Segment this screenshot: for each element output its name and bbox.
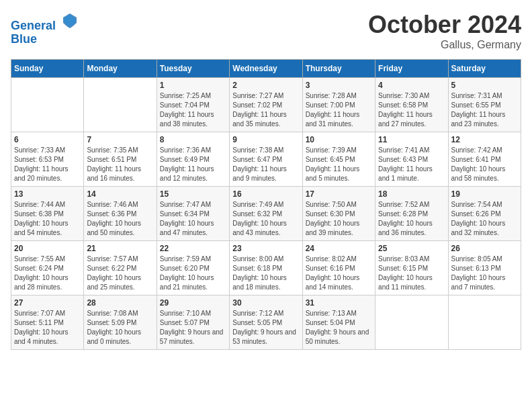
day-number: 15 (160, 189, 226, 199)
day-info: Sunrise: 7:42 AM Sunset: 6:41 PM Dayligh… (451, 146, 518, 183)
calendar-cell: 29Sunrise: 7:10 AM Sunset: 5:07 PM Dayli… (157, 295, 229, 350)
day-number: 28 (87, 298, 153, 308)
calendar-cell: 18Sunrise: 7:52 AM Sunset: 6:28 PM Dayli… (375, 187, 448, 241)
title-block: October 2024 Gallus, Germany (368, 11, 521, 51)
calendar-cell: 12Sunrise: 7:42 AM Sunset: 6:41 PM Dayli… (448, 132, 521, 187)
calendar-cell: 2Sunrise: 7:27 AM Sunset: 7:02 PM Daylig… (230, 78, 302, 132)
calendar-cell (375, 295, 448, 350)
day-info: Sunrise: 7:50 AM Sunset: 6:30 PM Dayligh… (306, 200, 372, 238)
logo-icon (60, 11, 79, 30)
day-info: Sunrise: 7:13 AM Sunset: 5:04 PM Dayligh… (306, 309, 372, 347)
day-info: Sunrise: 7:10 AM Sunset: 5:07 PM Dayligh… (160, 309, 226, 347)
day-number: 16 (232, 189, 299, 199)
logo-general: General (11, 19, 56, 32)
day-number: 31 (306, 298, 372, 308)
day-info: Sunrise: 7:35 AM Sunset: 6:51 PM Dayligh… (87, 146, 153, 183)
day-number: 13 (14, 189, 81, 199)
calendar-cell: 13Sunrise: 7:44 AM Sunset: 6:38 PM Dayli… (11, 187, 84, 241)
day-info: Sunrise: 7:07 AM Sunset: 5:11 PM Dayligh… (14, 309, 81, 347)
day-info: Sunrise: 7:27 AM Sunset: 7:02 PM Dayligh… (232, 91, 299, 129)
day-number: 26 (451, 244, 518, 253)
calendar-cell: 20Sunrise: 7:55 AM Sunset: 6:24 PM Dayli… (11, 241, 84, 295)
day-info: Sunrise: 7:47 AM Sunset: 6:34 PM Dayligh… (160, 200, 226, 238)
day-number: 14 (87, 189, 153, 199)
day-number: 5 (451, 81, 518, 90)
day-number: 19 (451, 189, 518, 199)
calendar-cell: 31Sunrise: 7:13 AM Sunset: 5:04 PM Dayli… (302, 295, 375, 350)
day-number: 4 (378, 81, 445, 90)
weekday-header-thursday: Thursday (302, 60, 375, 78)
calendar-cell: 17Sunrise: 7:50 AM Sunset: 6:30 PM Dayli… (302, 187, 375, 241)
day-number: 2 (232, 81, 299, 90)
day-number: 18 (378, 189, 445, 199)
calendar-table: SundayMondayTuesdayWednesdayThursdayFrid… (11, 59, 521, 350)
day-info: Sunrise: 7:31 AM Sunset: 6:55 PM Dayligh… (451, 91, 518, 129)
day-number: 10 (306, 135, 372, 144)
logo: General Blue (11, 11, 79, 46)
calendar-cell: 23Sunrise: 8:00 AM Sunset: 6:18 PM Dayli… (230, 241, 302, 295)
day-info: Sunrise: 7:08 AM Sunset: 5:09 PM Dayligh… (87, 309, 153, 347)
calendar-cell: 30Sunrise: 7:12 AM Sunset: 5:05 PM Dayli… (230, 295, 302, 350)
day-number: 11 (378, 135, 445, 144)
day-info: Sunrise: 7:33 AM Sunset: 6:53 PM Dayligh… (14, 146, 81, 183)
calendar-cell: 4Sunrise: 7:30 AM Sunset: 6:58 PM Daylig… (375, 78, 448, 132)
day-number: 20 (14, 244, 81, 253)
page-header: General Blue October 2024 Gallus, German… (11, 11, 521, 51)
weekday-header-tuesday: Tuesday (157, 60, 229, 78)
location: Gallus, Germany (368, 39, 521, 51)
weekday-header-monday: Monday (84, 60, 157, 78)
calendar-cell: 21Sunrise: 7:57 AM Sunset: 6:22 PM Dayli… (84, 241, 157, 295)
day-number: 22 (160, 244, 226, 253)
day-number: 17 (306, 189, 372, 199)
day-info: Sunrise: 8:05 AM Sunset: 6:13 PM Dayligh… (451, 255, 518, 292)
day-info: Sunrise: 8:03 AM Sunset: 6:15 PM Dayligh… (378, 255, 445, 292)
calendar-cell: 7Sunrise: 7:35 AM Sunset: 6:51 PM Daylig… (84, 132, 157, 187)
logo-blue: Blue (11, 32, 37, 46)
day-number: 1 (160, 81, 226, 90)
calendar-cell: 10Sunrise: 7:39 AM Sunset: 6:45 PM Dayli… (302, 132, 375, 187)
calendar-cell: 22Sunrise: 7:59 AM Sunset: 6:20 PM Dayli… (157, 241, 229, 295)
day-info: Sunrise: 7:49 AM Sunset: 6:32 PM Dayligh… (232, 200, 299, 238)
day-number: 3 (306, 81, 372, 90)
weekday-header-friday: Friday (375, 60, 448, 78)
day-number: 23 (232, 244, 299, 253)
calendar-cell: 19Sunrise: 7:54 AM Sunset: 6:26 PM Dayli… (448, 187, 521, 241)
day-info: Sunrise: 7:38 AM Sunset: 6:47 PM Dayligh… (232, 146, 299, 183)
calendar-cell: 14Sunrise: 7:46 AM Sunset: 6:36 PM Dayli… (84, 187, 157, 241)
day-number: 21 (87, 244, 153, 253)
day-info: Sunrise: 7:39 AM Sunset: 6:45 PM Dayligh… (306, 146, 372, 183)
calendar-cell (11, 78, 84, 132)
calendar-cell: 6Sunrise: 7:33 AM Sunset: 6:53 PM Daylig… (11, 132, 84, 187)
day-info: Sunrise: 7:36 AM Sunset: 6:49 PM Dayligh… (160, 146, 226, 183)
day-info: Sunrise: 7:57 AM Sunset: 6:22 PM Dayligh… (87, 255, 153, 292)
day-info: Sunrise: 7:41 AM Sunset: 6:43 PM Dayligh… (378, 146, 445, 183)
calendar-cell: 16Sunrise: 7:49 AM Sunset: 6:32 PM Dayli… (230, 187, 302, 241)
calendar-cell: 27Sunrise: 7:07 AM Sunset: 5:11 PM Dayli… (11, 295, 84, 350)
calendar-cell: 11Sunrise: 7:41 AM Sunset: 6:43 PM Dayli… (375, 132, 448, 187)
day-number: 24 (306, 244, 372, 253)
calendar-cell (448, 295, 521, 350)
day-info: Sunrise: 7:54 AM Sunset: 6:26 PM Dayligh… (451, 200, 518, 238)
calendar-cell: 9Sunrise: 7:38 AM Sunset: 6:47 PM Daylig… (230, 132, 302, 187)
day-info: Sunrise: 8:00 AM Sunset: 6:18 PM Dayligh… (232, 255, 299, 292)
weekday-header-saturday: Saturday (448, 60, 521, 78)
day-info: Sunrise: 7:46 AM Sunset: 6:36 PM Dayligh… (87, 200, 153, 238)
calendar-cell: 26Sunrise: 8:05 AM Sunset: 6:13 PM Dayli… (448, 241, 521, 295)
day-number: 27 (14, 298, 81, 308)
calendar-cell: 24Sunrise: 8:02 AM Sunset: 6:16 PM Dayli… (302, 241, 375, 295)
day-info: Sunrise: 7:25 AM Sunset: 7:04 PM Dayligh… (160, 91, 226, 129)
calendar-cell: 25Sunrise: 8:03 AM Sunset: 6:15 PM Dayli… (375, 241, 448, 295)
month-title: October 2024 (368, 11, 521, 39)
calendar-cell (84, 78, 157, 132)
day-info: Sunrise: 7:59 AM Sunset: 6:20 PM Dayligh… (160, 255, 226, 292)
calendar-cell: 1Sunrise: 7:25 AM Sunset: 7:04 PM Daylig… (157, 78, 229, 132)
day-info: Sunrise: 7:30 AM Sunset: 6:58 PM Dayligh… (378, 91, 445, 129)
calendar-cell: 3Sunrise: 7:28 AM Sunset: 7:00 PM Daylig… (302, 78, 375, 132)
day-number: 7 (87, 135, 153, 144)
day-number: 12 (451, 135, 518, 144)
day-info: Sunrise: 7:12 AM Sunset: 5:05 PM Dayligh… (232, 309, 299, 347)
weekday-header-wednesday: Wednesday (230, 60, 302, 78)
day-number: 8 (160, 135, 226, 144)
day-number: 25 (378, 244, 445, 253)
day-info: Sunrise: 7:44 AM Sunset: 6:38 PM Dayligh… (14, 200, 81, 238)
